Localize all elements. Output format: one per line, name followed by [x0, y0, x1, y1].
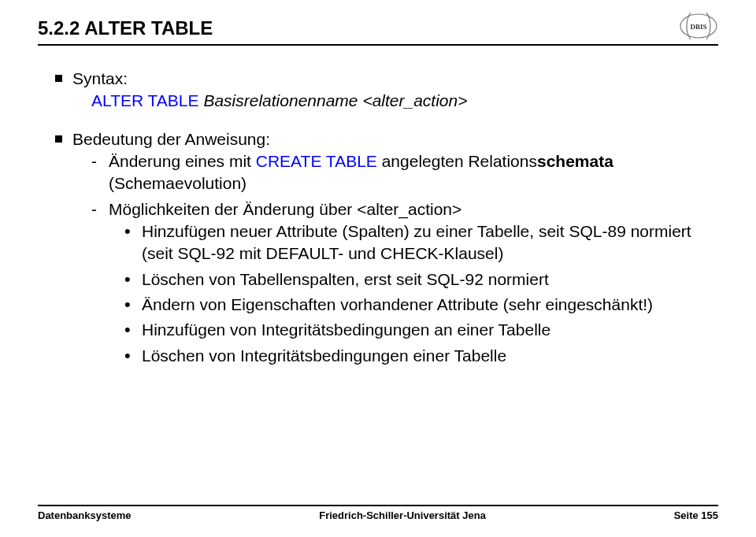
dot-item: Ändern von Eigenschaften vorhandener Att… [124, 294, 718, 316]
footer-page-number: Seite 155 [674, 509, 718, 521]
syntax-line: ALTER TABLE Basisrelationenname <alter_a… [72, 90, 718, 112]
slide-content: Syntax: ALTER TABLE Basisrelationenname … [38, 68, 718, 367]
dash-list: Änderung eines mit CREATE TABLE angelegt… [72, 150, 718, 367]
syntax-relation-name: Basisrelationenname [203, 91, 358, 109]
syntax-label: Syntax: [72, 68, 718, 90]
slide-title: 5.2.2 ALTER TABLE [38, 17, 213, 39]
dash-item: Änderung eines mit CREATE TABLE angelegt… [91, 150, 718, 195]
dash-item-text: Möglichkeiten der Änderung über <alter_a… [109, 200, 461, 218]
dot-item-text: Löschen von Integritätsbedingungen einer… [142, 346, 506, 365]
dash-item: Möglichkeiten der Änderung über <alter_a… [91, 198, 718, 367]
dbis-logo: DBIS [679, 13, 718, 39]
slide-header: 5.2.2 ALTER TABLE DBIS [38, 17, 718, 39]
section-number: 5.2.2 [38, 17, 80, 39]
footer-university: Friedrich-Schiller-Universität Jena [319, 509, 486, 521]
dash-item-text-mid: angelegten Relations [377, 152, 537, 170]
dot-item-text: Löschen von Tabellenspalten, erst seit S… [142, 270, 549, 288]
svg-text:DBIS: DBIS [690, 23, 706, 31]
dot-item: Löschen von Integritätsbedingungen einer… [124, 345, 718, 367]
footer-divider [38, 505, 718, 506]
dot-list: Hinzufügen neuer Attribute (Spalten) zu … [109, 220, 718, 367]
dot-item: Löschen von Tabellenspalten, erst seit S… [124, 268, 718, 291]
dash-item-text-suffix: (Schemaevolution) [109, 174, 246, 192]
section-title: ALTER TABLE [84, 17, 213, 39]
syntax-block: Syntax: ALTER TABLE Basisrelationenname … [55, 68, 718, 113]
meaning-label: Bedeutung der Anweisung: [72, 128, 718, 150]
footer-course-name: Datenbanksysteme [38, 509, 132, 521]
dash-item-keyword: CREATE TABLE [256, 152, 377, 170]
dot-item: Hinzufügen von Integritätsbedingungen an… [124, 319, 718, 341]
dash-item-text-bold: schemata [537, 152, 613, 170]
slide-footer: Datenbanksysteme Friedrich-Schiller-Univ… [0, 505, 756, 521]
meaning-block: Bedeutung der Anweisung: Änderung eines … [55, 128, 718, 367]
dot-item: Hinzufügen neuer Attribute (Spalten) zu … [124, 220, 718, 265]
dot-item-text: Ändern von Eigenschaften vorhandener Att… [142, 295, 653, 313]
title-underline [38, 44, 718, 46]
syntax-alter-action: <alter_action> [362, 91, 467, 109]
syntax-keyword: ALTER TABLE [91, 91, 199, 109]
dash-item-text-prefix: Änderung eines mit [109, 152, 256, 170]
dot-item-text: Hinzufügen neuer Attribute (Spalten) zu … [142, 222, 691, 262]
dot-item-text: Hinzufügen von Integritätsbedingungen an… [142, 320, 550, 339]
